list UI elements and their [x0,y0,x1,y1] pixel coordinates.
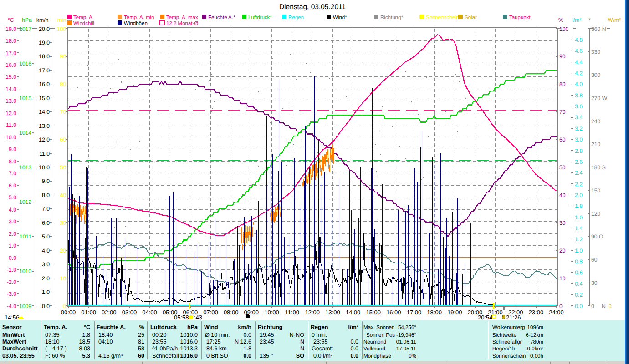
svg-text:^1.0hPa/h: ^1.0hPa/h [152,345,178,352]
svg-text:Taupunkt: Taupunkt [509,15,531,20]
svg-text:1010: 1010 [19,268,31,274]
svg-text:70: 70 [60,109,66,115]
svg-text:30: 30 [591,280,598,286]
svg-text:04:10: 04:10 [98,339,113,345]
svg-text:2.0: 2.0 [9,231,16,237]
svg-text:360 N: 360 N [591,26,606,32]
svg-text:5.0: 5.0 [9,194,16,201]
svg-text:0.0: 0.0 [350,345,358,352]
svg-text:00:00: 00:00 [61,309,76,316]
svg-text:13.0: 13.0 [5,98,16,104]
svg-text:5.3: 5.3 [82,353,90,359]
svg-text:Dienstag, 03.05.2011: Dienstag, 03.05.2011 [279,3,346,11]
svg-text:3.6: 3.6 [575,103,583,110]
svg-text:0.0: 0.0 [243,353,251,359]
svg-text:1016.0: 1016.0 [180,339,198,345]
svg-text:0.2: 0.2 [575,292,583,298]
svg-text:40: 40 [60,192,66,198]
svg-text:0 min.: 0 min. [312,332,327,338]
svg-text:km/h: km/h [238,324,251,330]
svg-text:54,256°: 54,256° [398,324,416,330]
svg-text:2.8: 2.8 [575,148,583,154]
svg-text:0.0 l/m²: 0.0 l/m² [313,353,332,359]
svg-text:7.0: 7.0 [42,206,50,212]
svg-text:135 °: 135 ° [260,353,273,359]
svg-text:9.0: 9.0 [9,146,16,152]
svg-text:09:00: 09:00 [244,309,259,316]
svg-text:10.0: 10.0 [5,134,16,141]
svg-text:Neumond: Neumond [363,339,386,345]
svg-text:Regen: Regen [311,324,328,330]
svg-text:58: 58 [138,345,144,352]
svg-text:-3.0: -3.0 [7,291,16,297]
svg-text:15.0: 15.0 [5,74,16,80]
svg-text:00:20: 00:20 [152,332,167,338]
svg-text:1.4: 1.4 [575,225,583,232]
svg-text:0.0: 0.0 [575,303,583,309]
svg-text:1016.0: 1016.0 [180,353,198,359]
svg-text:18:10: 18:10 [45,339,60,345]
svg-text:23:00: 23:00 [529,309,544,316]
svg-text:2.4: 2.4 [575,170,583,176]
svg-text:Luftdruck: Luftdruck [150,324,177,330]
svg-text:24:00: 24:00 [549,309,564,316]
svg-text:1.6: 1.6 [575,214,583,221]
svg-text:1012: 1012 [19,199,31,205]
svg-text:6.0: 6.0 [42,220,50,226]
svg-text:3.8: 3.8 [575,92,583,99]
svg-text:4.8: 4.8 [575,37,583,43]
svg-text:0:00h: 0:00h [530,353,543,359]
svg-text:-19,946°: -19,946° [396,332,416,338]
svg-text:%: % [139,324,144,330]
svg-text:30: 30 [559,220,566,226]
svg-text:780m: 780m [530,339,543,345]
svg-text:4.2: 4.2 [575,70,583,76]
svg-text:4.0: 4.0 [9,207,16,213]
svg-text:3.2: 3.2 [575,126,583,132]
svg-text:F: 60 %: F: 60 % [45,353,65,359]
svg-text:11:00: 11:00 [285,309,299,316]
svg-text:1.8: 1.8 [82,332,90,338]
svg-text:1009: 1009 [19,303,31,309]
svg-text:hPa: hPa [187,324,198,330]
svg-text:0: 0 [591,303,594,309]
svg-text:14.0: 14.0 [5,86,16,92]
svg-text:19:45: 19:45 [260,332,274,338]
svg-text:0.0: 0.0 [350,339,358,345]
svg-text:15.0: 15.0 [39,95,50,101]
svg-text:Wind*: Wind* [333,15,347,20]
svg-text:1015: 1015 [19,95,31,101]
svg-text:Luftdruck*: Luftdruck* [248,15,272,20]
svg-text:Ø 10 min.: Ø 10 min. [205,332,230,338]
svg-text:01.06.11: 01.06.11 [396,339,416,345]
svg-text:-1.0: -1.0 [7,267,16,273]
svg-text:1.8: 1.8 [243,345,251,352]
svg-text:4.0: 4.0 [575,81,583,87]
svg-text:0%: 0% [409,353,416,359]
svg-text:3.4: 3.4 [575,114,583,121]
svg-text:18:00: 18:00 [427,309,442,316]
svg-text:18:40: 18:40 [98,332,113,338]
svg-text:07:00: 07:00 [203,309,218,316]
svg-text:1014: 1014 [19,130,31,136]
svg-text:2.6: 2.6 [575,159,583,165]
svg-text:Sichtweite: Sichtweite [492,332,516,338]
svg-text:70: 70 [559,109,566,115]
svg-text:10: 10 [60,275,66,282]
svg-text:3.0: 3.0 [42,261,50,268]
svg-text:9.0: 9.0 [42,178,50,184]
svg-text:16.0: 16.0 [39,81,50,87]
svg-text:02:00: 02:00 [102,309,117,316]
svg-text:12.2 Monat-Ø: 12.2 Monat-Ø [166,21,198,26]
svg-text:1017: 1017 [19,26,31,32]
svg-text:0 Bft SO: 0 Bft SO [206,353,228,359]
svg-text:0: 0 [559,303,563,309]
svg-text:Temp. A.: Temp. A. [44,324,67,330]
svg-text:°C: °C [8,17,14,23]
svg-text:SO: SO [296,353,304,359]
svg-text:210: 210 [591,141,601,147]
svg-text:60: 60 [138,353,144,359]
svg-text:5.0: 5.0 [42,233,50,240]
svg-text:0.0l/m²: 0.0l/m² [527,346,544,352]
svg-text:120: 120 [591,211,601,217]
